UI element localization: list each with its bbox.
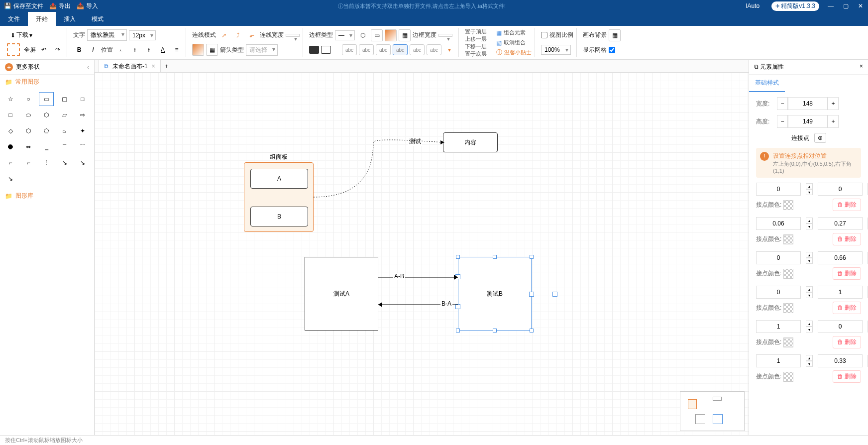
line-width-select[interactable]: [286, 34, 300, 37]
spin-up[interactable]: ▴: [806, 252, 813, 258]
delete-cp-button[interactable]: 🗑 删除: [833, 233, 861, 245]
color-swatch[interactable]: [783, 337, 793, 347]
cp-x-input[interactable]: [756, 354, 801, 367]
fullscreen-button[interactable]: [7, 43, 20, 56]
spin-up[interactable]: ▴: [806, 286, 813, 292]
sel-handle[interactable]: [530, 255, 534, 259]
download-button[interactable]: ⬇ 下载 ▾: [7, 29, 36, 41]
redo-button[interactable]: ↷: [52, 44, 64, 56]
label-style-3[interactable]: abc: [376, 44, 391, 55]
font-color-button[interactable]: A: [157, 44, 169, 56]
sel-handle[interactable]: [456, 329, 460, 333]
font-select[interactable]: 微软雅黑: [87, 29, 127, 41]
cp-y-input[interactable]: [818, 286, 863, 299]
layer-bottom-button[interactable]: 置于底层: [465, 50, 487, 58]
sel-handle[interactable]: [456, 255, 460, 259]
shape-arrow[interactable]: ⇨: [75, 108, 90, 122]
italic-button[interactable]: I: [87, 44, 99, 56]
view-ratio-check[interactable]: [541, 32, 547, 38]
conn-point[interactable]: [529, 292, 534, 297]
fill-black-button[interactable]: [309, 46, 319, 54]
spin-up[interactable]: ▴: [806, 218, 813, 223]
shape-conn5[interactable]: ↘: [75, 156, 90, 170]
node-b[interactable]: B: [250, 207, 308, 226]
shape-ellipse[interactable]: ⬭: [21, 108, 36, 122]
width-inc[interactable]: +: [828, 97, 839, 110]
shape-dblarrow[interactable]: ⇔: [21, 140, 36, 154]
cp-x-input[interactable]: [756, 286, 801, 299]
line-elbow-icon[interactable]: ⬐: [246, 29, 258, 41]
tab-basic-style[interactable]: 基础样式: [749, 75, 785, 92]
close-icon[interactable]: ✕: [857, 2, 864, 9]
ungroup-button[interactable]: 取消组合: [504, 39, 526, 46]
rect-icon[interactable]: ▭: [371, 29, 383, 41]
align-button[interactable]: ≡: [171, 44, 183, 56]
spin-up[interactable]: ▴: [806, 321, 813, 327]
cp-y-input[interactable]: [818, 354, 863, 367]
shape-octagon[interactable]: ⯃: [3, 140, 18, 154]
canvas-bg-button[interactable]: ▦: [609, 29, 621, 41]
add-tab-button[interactable]: +: [161, 60, 173, 72]
close-tab-icon[interactable]: ×: [152, 63, 155, 70]
bold-button[interactable]: B: [73, 44, 85, 56]
line-style2-button[interactable]: ▦: [206, 44, 218, 56]
layer-top-button[interactable]: 置于顶层: [465, 28, 487, 35]
cp-x-input[interactable]: [756, 320, 801, 333]
height-input[interactable]: [788, 115, 828, 128]
color-swatch[interactable]: [783, 269, 793, 279]
spin-up[interactable]: ▴: [806, 183, 813, 189]
height-dec[interactable]: −: [777, 115, 788, 128]
spin-down[interactable]: ▾: [806, 327, 813, 333]
shape-trapezoid[interactable]: ⏢: [57, 124, 72, 138]
border-color-button[interactable]: ▦: [399, 29, 411, 41]
doc-tab[interactable]: ⧉ 未命名画布-1 ×: [99, 60, 161, 72]
add-shape-button[interactable]: +: [5, 63, 13, 71]
minimap[interactable]: [680, 391, 745, 431]
shape-hex[interactable]: ⬡: [39, 108, 54, 122]
cp-y-input[interactable]: [818, 217, 863, 230]
line-color-button[interactable]: [192, 44, 204, 56]
export-button[interactable]: 📤 导出: [49, 2, 71, 10]
fill-color-button[interactable]: [385, 29, 397, 41]
border-width-select[interactable]: [438, 34, 452, 37]
sel-handle[interactable]: [530, 329, 534, 333]
shape-pentagon[interactable]: ⬠: [39, 124, 54, 138]
delete-cp-button[interactable]: 🗑 删除: [833, 267, 861, 280]
cp-x-input[interactable]: [756, 217, 801, 230]
shape-conn6[interactable]: ↘: [3, 172, 18, 186]
spin-down[interactable]: ▾: [806, 223, 813, 229]
label-style-1[interactable]: abc: [342, 44, 357, 55]
align-bottom-icon[interactable]: ⫳: [143, 44, 155, 56]
height-inc[interactable]: +: [828, 115, 839, 128]
shape-starburst[interactable]: ✦: [75, 124, 90, 138]
collapse-left-icon[interactable]: ‹: [87, 64, 89, 71]
show-grid-check[interactable]: [609, 47, 615, 53]
shape-conn3[interactable]: ⦙: [39, 156, 54, 170]
width-input[interactable]: [788, 97, 828, 110]
shape-curve[interactable]: ⌒: [75, 140, 90, 154]
line-straight-icon[interactable]: ↗: [218, 29, 230, 41]
group-button[interactable]: 组合元素: [504, 29, 526, 36]
shape-conn2[interactable]: ⌐: [21, 156, 36, 170]
color-swatch[interactable]: [783, 234, 793, 244]
common-shapes-section[interactable]: 📁 常用图形: [0, 75, 94, 89]
shape-roundrect[interactable]: ▢: [57, 92, 72, 106]
node-a[interactable]: A: [250, 169, 308, 189]
menu-mode[interactable]: 模式: [84, 12, 111, 26]
fontsize-select[interactable]: 12px: [129, 30, 156, 40]
menu-start[interactable]: 开始: [28, 12, 56, 26]
shape-square2[interactable]: □: [3, 108, 18, 122]
hex-icon[interactable]: ⬡: [357, 29, 369, 41]
color-swatch[interactable]: [783, 200, 793, 210]
cp-x-input[interactable]: [756, 183, 801, 196]
tips-button[interactable]: 温馨小贴士: [504, 49, 532, 56]
shape-circle[interactable]: ○: [21, 92, 36, 106]
width-dec[interactable]: −: [777, 97, 788, 110]
delete-cp-button[interactable]: 🗑 删除: [833, 302, 861, 314]
spin-down[interactable]: ▾: [806, 292, 813, 298]
spin-down[interactable]: ▾: [806, 189, 813, 195]
cp-y-input[interactable]: [818, 320, 863, 333]
node-testb[interactable]: 测试B: [458, 257, 532, 331]
label-style-5[interactable]: abc: [410, 44, 425, 55]
shape-star[interactable]: ☆: [3, 92, 18, 106]
